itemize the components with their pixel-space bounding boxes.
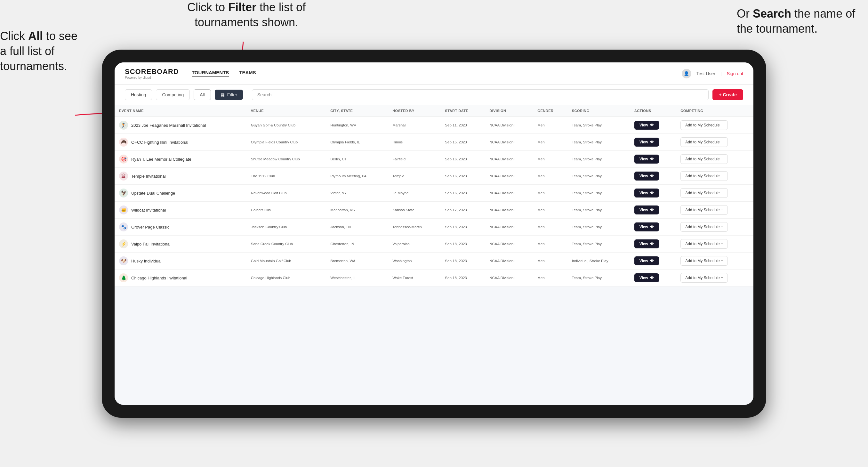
view-button-3[interactable]: View 👁 [634,155,659,163]
cell-scoring-4: Team, Stroke Play [567,168,630,185]
add-schedule-button-4[interactable]: Add to My Schedule + [680,171,728,181]
col-division: DIVISION [485,105,533,117]
table-row: 🐾 Grover Page Classic Jackson Country Cl… [115,219,753,236]
cell-gender-4: Men [533,168,567,185]
nav-right: 👤 Test User | Sign out [682,69,743,79]
view-button-2[interactable]: View 👁 [634,137,659,147]
view-button-7[interactable]: View 👁 [634,222,659,231]
cell-event-name-8: ⚡ Valpo Fall Invitational [115,236,246,253]
cell-hosted-9: Washington [388,253,440,270]
cell-actions-4: View 👁 [630,168,676,185]
cell-city-3: Berlin, CT [326,151,388,168]
cell-gender-8: Men [533,236,567,253]
signout-link[interactable]: Sign out [727,71,743,76]
cell-event-name-7: 🐾 Grover Page Classic [115,219,246,236]
cell-venue-2: Olympia Fields Country Club [246,134,326,151]
cell-date-6: Sep 17, 2023 [440,201,485,219]
view-button-8[interactable]: View 👁 [634,240,659,248]
eye-icon: 👁 [650,140,654,144]
add-schedule-button-1[interactable]: Add to My Schedule + [680,120,728,130]
cell-scoring-1: Team, Stroke Play [567,117,630,134]
nav-link-teams[interactable]: TEAMS [239,70,256,77]
add-schedule-button-2[interactable]: Add to My Schedule + [680,137,728,147]
tablet-screen: SCOREBOARD Powered by clippd TOURNAMENTS… [115,62,753,405]
view-button-4[interactable]: View 👁 [634,172,659,181]
cell-city-2: Olympia Fields, IL [326,134,388,151]
table-header: EVENT NAME VENUE CITY, STATE HOSTED BY S… [115,105,753,117]
cell-scoring-6: Team, Stroke Play [567,201,630,219]
view-button-5[interactable]: View 👁 [634,189,659,197]
cell-venue-4: The 1912 Club [246,168,326,185]
table-row: 🌲 Chicago Highlands Invitational Chicago… [115,270,753,286]
cell-city-7: Jackson, TN [326,219,388,236]
team-logo-5: 🦅 [119,189,128,197]
cell-venue-1: Guyan Golf & Country Club [246,117,326,134]
annotation-topright: Or Search the name of the tournament. [737,6,865,36]
cell-event-name-5: 🦅 Upstate Dual Challenge [115,185,246,201]
filter-button-label: Filter [227,92,237,97]
search-input[interactable] [252,89,709,100]
cell-actions-6: View 👁 [630,201,676,219]
cell-venue-10: Chicago Highlands Club [246,270,326,286]
cell-date-2: Sep 15, 2023 [440,134,485,151]
cell-gender-10: Men [533,270,567,286]
add-schedule-button-5[interactable]: Add to My Schedule + [680,188,728,198]
cell-event-name-9: 🐶 Husky Individual [115,253,246,270]
competing-tab[interactable]: Competing [156,89,190,100]
cell-actions-3: View 👁 [630,151,676,168]
cell-event-name-2: 🦱 OFCC Fighting Illini Invitational [115,134,246,151]
add-schedule-button-8[interactable]: Add to My Schedule + [680,239,728,249]
cell-actions-10: View 👁 [630,270,676,286]
nav-link-tournaments[interactable]: TOURNAMENTS [192,70,229,77]
cell-city-8: Chesterton, IN [326,236,388,253]
col-competing: COMPETING [676,105,753,117]
all-tab[interactable]: All [194,89,211,100]
add-schedule-button-7[interactable]: Add to My Schedule + [680,222,728,232]
cell-actions-1: View 👁 [630,117,676,134]
cell-division-4: NCAA Division I [485,168,533,185]
nav-divider: | [720,71,722,76]
table-row: 🎯 Ryan T. Lee Memorial Collegiate Shuttl… [115,151,753,168]
col-event-name: EVENT NAME [115,105,246,117]
cell-actions-9: View 👁 [630,253,676,270]
cell-gender-7: Men [533,219,567,236]
view-button-6[interactable]: View 👁 [634,206,659,214]
team-logo-10: 🌲 [119,273,128,282]
view-button-9[interactable]: View 👁 [634,256,659,266]
cell-venue-7: Jackson Country Club [246,219,326,236]
add-schedule-button-6[interactable]: Add to My Schedule + [680,205,728,215]
hosting-tab[interactable]: Hosting [125,89,152,100]
filter-button[interactable]: ▦ Filter [215,90,243,100]
cell-event-name-1: 🏌 2023 Joe Feaganes Marshall Invitationa… [115,117,246,134]
add-schedule-button-3[interactable]: Add to My Schedule + [680,154,728,164]
cell-competing-3: Add to My Schedule + [676,151,753,168]
cell-hosted-3: Fairfield [388,151,440,168]
annotation-topleft: Click All to see a full list of tourname… [0,29,86,73]
cell-venue-6: Colbert Hills [246,201,326,219]
team-logo-6: 🐱 [119,206,128,214]
cell-gender-2: Men [533,134,567,151]
cell-competing-9: Add to My Schedule + [676,253,753,270]
annotation-topcenter: Click to Filter the list of tournaments … [157,0,336,30]
logo-area: SCOREBOARD Powered by clippd [125,67,179,80]
cell-date-7: Sep 18, 2023 [440,219,485,236]
add-schedule-button-9[interactable]: Add to My Schedule + [680,256,728,266]
nav-bar: SCOREBOARD Powered by clippd TOURNAMENTS… [115,62,753,85]
table-row: 🏌 2023 Joe Feaganes Marshall Invitationa… [115,117,753,134]
table-row: 🦅 Upstate Dual Challenge Ravenwood Golf … [115,185,753,201]
view-button-1[interactable]: View 👁 [634,121,659,130]
add-schedule-button-10[interactable]: Add to My Schedule + [680,273,728,283]
nav-left: SCOREBOARD Powered by clippd TOURNAMENTS… [125,67,256,80]
cell-competing-8: Add to My Schedule + [676,236,753,253]
cell-scoring-7: Team, Stroke Play [567,219,630,236]
table-row: 🦱 OFCC Fighting Illini Invitational Olym… [115,134,753,151]
cell-date-4: Sep 16, 2023 [440,168,485,185]
eye-icon: 👁 [650,191,654,195]
cell-city-9: Bremerton, WA [326,253,388,270]
cell-division-3: NCAA Division I [485,151,533,168]
create-button[interactable]: + Create [712,89,743,100]
view-button-10[interactable]: View 👁 [634,273,659,282]
team-logo-8: ⚡ [119,240,128,248]
cell-hosted-8: Valparaiso [388,236,440,253]
eye-icon: 👁 [650,123,654,127]
